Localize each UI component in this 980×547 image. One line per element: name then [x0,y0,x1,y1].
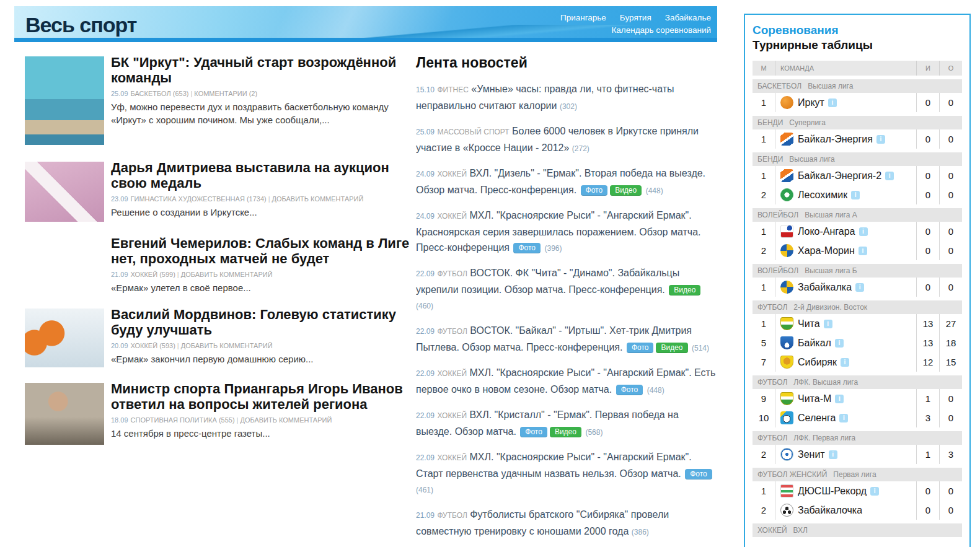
news-category[interactable]: ФУТБОЛ [437,327,467,336]
team-cell: Чита-М i [775,389,916,408]
article-thumbnail[interactable] [25,56,104,145]
team-info-icon[interactable]: i [870,487,879,496]
team-name-link[interactable]: Байкал-Энергия [798,134,873,145]
article-category[interactable]: СПОРТИВНАЯ ПОЛИТИКА (555) [131,416,235,424]
team-name-link[interactable]: Чита-М [798,393,831,405]
team-info-icon[interactable]: i [859,227,868,236]
media-badge[interactable]: Видео [656,343,687,353]
group-league-label: 2-й Дивизион. Восток [793,303,867,312]
team-name-link[interactable]: ДЮСШ-Рекорд [798,486,867,497]
meta-separator: | [191,90,193,97]
article-title[interactable]: Дарья Дмитриева выставила на аукцион сво… [111,160,416,191]
standings-sidebar: Соревнования Турнирные таблицы М КОМАНДА… [744,14,971,547]
standings-header-link[interactable]: Соревнования [753,24,962,37]
team-cell: Селенга i [775,408,916,427]
team-info-icon[interactable]: i [839,414,848,422]
team-name-link[interactable]: Чита [798,318,820,330]
news-category[interactable]: ФИТНЕС [437,85,468,94]
group-sport-label: ФУТБОЛ ЖЕНСКИЙ [757,470,827,479]
news-category[interactable]: МАССОВЫЙ СПОРТ [437,128,509,136]
team-rank: 1 [753,170,775,181]
article-comments-link[interactable]: ДОБАВИТЬ КОММЕНТАРИЙ [181,271,273,278]
team-name-link[interactable]: Зенит [798,449,825,460]
article-item: Василий Мордвинов: Голевую статистику бу… [25,307,416,369]
news-date: 24.09 [416,170,435,178]
article-thumbnail[interactable] [25,309,104,367]
team-info-icon[interactable]: i [859,247,867,255]
article-date: 25.09 [111,90,128,97]
article-thumbnail[interactable] [25,162,104,222]
nav-region-link[interactable]: Забайкалье [665,13,711,22]
team-cell: Локо-Ангара i [775,222,916,241]
team-name-link[interactable]: Хара-Морин [798,245,855,256]
team-info-icon[interactable]: i [855,283,864,292]
article-title[interactable]: БК "Иркут": Удачный старт возрождённой к… [111,55,416,85]
team-info-icon[interactable]: i [835,395,844,403]
news-date: 22.09 [416,327,435,336]
team-info-icon[interactable]: i [828,98,837,107]
article-date: 21.09 [111,271,128,278]
news-category[interactable]: ХОККЕЙ [437,453,467,462]
article-excerpt: «Ермак» улетел в своё первое... [111,281,416,294]
article-title[interactable]: Евгений Чемерилов: Слабых команд в Лиге … [111,235,416,266]
media-badge[interactable]: Фото [616,385,643,395]
media-badge[interactable]: Фото [520,427,547,437]
team-info-icon[interactable]: i [885,172,894,180]
article-comments-link[interactable]: ДОБАВИТЬ КОММЕНТАРИЙ [272,195,364,203]
news-category[interactable]: ФУТБОЛ [437,511,467,520]
article-title[interactable]: Василий Мордвинов: Голевую статистику бу… [111,307,416,338]
article-category[interactable]: БАСКЕТБОЛ (653) [131,90,189,97]
team-name-link[interactable]: Забайкалка [798,282,852,293]
media-badge[interactable]: Фото [627,343,654,353]
team-info-icon[interactable]: i [835,339,844,348]
article-title[interactable]: Министр спорта Приангарья Игорь Иванов о… [111,381,416,412]
article-category[interactable]: ГИМНАСТИКА ХУДОЖЕСТВЕННАЯ (1734) [131,195,267,203]
header-nav-row-calendar: Календарь соревнований [560,24,711,37]
team-name-link[interactable]: Лесохимик [798,190,847,201]
team-name-link[interactable]: Селенга [798,413,836,424]
main-column: Весь спорт ПриангарьеБурятияЗабайкалье К… [14,6,717,547]
nav-calendar-link[interactable]: Календарь соревнований [611,25,711,35]
news-category[interactable]: ФУТБОЛ [437,269,467,278]
news-date: 24.09 [416,212,435,221]
article-thumbnail[interactable] [25,383,104,445]
team-name-link[interactable]: Байкал [798,338,831,349]
team-info-icon[interactable]: i [841,358,849,367]
media-badge[interactable]: Видео [550,427,581,437]
article-category[interactable]: ХОККЕЙ (599) [131,271,175,278]
media-badge[interactable]: Фото [685,469,712,479]
team-info-icon[interactable]: i [876,135,885,144]
article-excerpt: «Ермак» закончил первую домашнюю серию..… [111,352,416,365]
team-info-icon[interactable]: i [829,450,837,459]
media-badge[interactable]: Фото [581,185,608,196]
team-cell: Байкал i [775,333,916,352]
media-badge[interactable]: Видео [669,285,700,295]
team-games-value: 13 [916,333,939,352]
media-badge[interactable]: Видео [610,185,642,196]
nav-region-link[interactable]: Бурятия [620,13,651,22]
news-category[interactable]: ХОККЕЙ [437,170,467,178]
news-category[interactable]: ХОККЕЙ [437,411,467,420]
team-info-icon[interactable]: i [851,191,860,199]
news-category[interactable]: ХОККЕЙ [437,369,467,378]
team-logo-icon [780,281,793,294]
team-name-link[interactable]: Байкал-Энергия-2 [798,170,881,182]
news-item: 15.10 ФИТНЕС «Умные» часы: правда ли, чт… [416,81,716,115]
team-name-link[interactable]: Иркут [798,97,824,108]
team-name-link[interactable]: Сибиряк [798,357,837,368]
team-rank: 2 [753,505,775,515]
media-badge[interactable]: Фото [513,243,541,253]
team-points-value: 18 [939,333,962,352]
team-name-link[interactable]: Забайкалочка [798,505,862,516]
news-category[interactable]: ХОККЕЙ [437,212,467,221]
nav-region-link[interactable]: Приангарье [560,13,606,22]
group-sport-label: ВОЛЕЙБОЛ [757,266,798,275]
team-name-link[interactable]: Локо-Ангара [798,226,855,237]
article-comments-link[interactable]: ДОБАВИТЬ КОММЕНТАРИЙ [240,416,332,424]
group-sport-label: БЕНДИ [757,155,783,164]
article-category[interactable]: ХОККЕЙ (593) [131,342,175,349]
team-info-icon[interactable]: i [824,320,832,328]
group-league-label: Первая лига [833,470,876,479]
article-comments-link[interactable]: ДОБАВИТЬ КОММЕНТАРИЙ [181,342,273,349]
article-comments-link[interactable]: КОММЕНТАРИИ (2) [194,90,257,97]
